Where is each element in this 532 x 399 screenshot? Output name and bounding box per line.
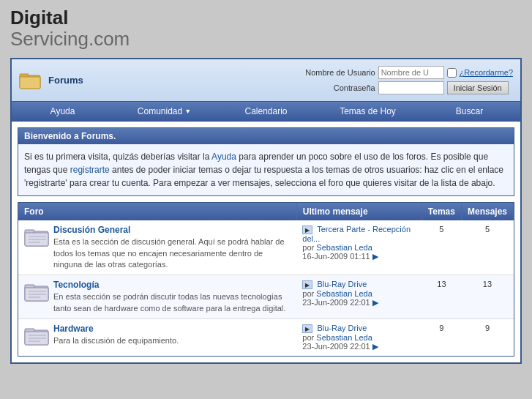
last-post-link[interactable]: Tercera Parte - Recepción del... bbox=[302, 225, 411, 243]
nav-buscar-label: Buscar bbox=[456, 106, 483, 116]
site-header: Digital Servicing.com bbox=[0, 0, 532, 55]
post-by-label: por Sebastian Leda bbox=[302, 243, 372, 252]
nav-item-temas[interactable]: Temas de Hoy bbox=[317, 102, 419, 121]
last-post-icon: ▶ bbox=[302, 324, 312, 333]
last-post-link[interactable]: Blu-Ray Drive bbox=[317, 324, 367, 332]
registrarte-link[interactable]: registrarte bbox=[70, 165, 110, 175]
nav-temas-label: Temas de Hoy bbox=[340, 106, 396, 116]
main-container: Forums Nombre de Usuario ¿Recordarme? Co… bbox=[10, 58, 522, 364]
topics-count-0: 5 bbox=[422, 220, 461, 275]
messages-count-1: 13 bbox=[461, 275, 513, 319]
last-post-icon: ▶ bbox=[302, 225, 312, 234]
forum-description: En esta sección se podrán discutir todas… bbox=[53, 291, 291, 314]
nav-item-comunidad[interactable]: Comunidad ▼ bbox=[113, 102, 215, 121]
site-title-sub: Servicing.com bbox=[10, 28, 130, 50]
last-post-link[interactable]: Blu-Ray Drive bbox=[317, 280, 367, 288]
table-row: Hardware Para la discusión de equipamien… bbox=[18, 319, 514, 357]
post-author-link[interactable]: Sebastian Leda bbox=[316, 333, 372, 342]
password-input[interactable] bbox=[378, 81, 444, 94]
password-row: Contraseña Iniciar Sesión bbox=[302, 81, 513, 94]
nav-item-calendario[interactable]: Calendario bbox=[215, 102, 317, 121]
forum-cell-inner: Discusión General Esta es la sección de … bbox=[24, 225, 291, 270]
forum-description: Para la discusión de equipamiento. bbox=[53, 335, 179, 346]
site-title: Digital Servicing.com bbox=[10, 7, 522, 49]
forum-folder-icon bbox=[24, 226, 48, 250]
svg-rect-2 bbox=[20, 77, 40, 89]
last-post-cell-1: ▶ Blu-Ray Drive por Sebastian Leda 23-Ju… bbox=[296, 275, 422, 319]
forum-description: Esta es la sección de discusión general.… bbox=[53, 236, 291, 270]
remember-checkbox[interactable] bbox=[447, 68, 457, 78]
col-header-ultimo: Ultimo mensaje bbox=[296, 203, 422, 220]
forum-info: Tecnología En esta sección se podrán dis… bbox=[53, 280, 291, 314]
forum-name-link[interactable]: Hardware bbox=[53, 324, 94, 334]
forum-header-bar: Forums Nombre de Usuario ¿Recordarme? Co… bbox=[12, 59, 520, 102]
last-post-cell-0: ▶ Tercera Parte - Recepción del... por S… bbox=[296, 220, 422, 275]
login-form: Nombre de Usuario ¿Recordarme? Contraseñ… bbox=[302, 66, 513, 94]
post-by-label: por Sebastian Leda bbox=[302, 289, 372, 298]
last-post-icon: ▶ bbox=[302, 280, 312, 289]
post-date: 23-Jun-2009 22:01 ▶ bbox=[302, 298, 378, 307]
post-by-label: por Sebastian Leda bbox=[302, 333, 372, 342]
forum-cell-inner: Tecnología En esta sección se podrán dis… bbox=[24, 280, 291, 314]
nav-calendario-label: Calendario bbox=[244, 106, 287, 116]
messages-count-2: 9 bbox=[461, 319, 513, 357]
username-input[interactable] bbox=[378, 66, 444, 79]
post-author-link[interactable]: Sebastian Leda bbox=[316, 289, 372, 298]
nav-comunidad-label: Comunidad bbox=[138, 106, 182, 116]
forums-heading: Forums bbox=[48, 75, 83, 86]
welcome-body: Si es tu primera visita, quizás deberías… bbox=[18, 144, 514, 195]
last-post-cell-2: ▶ Blu-Ray Drive por Sebastian Leda 23-Ju… bbox=[296, 319, 422, 357]
forum-cell-0: Discusión General Esta es la sección de … bbox=[18, 220, 296, 275]
nav-item-ayuda[interactable]: Ayuda bbox=[12, 102, 113, 121]
username-row: Nombre de Usuario ¿Recordarme? bbox=[302, 66, 513, 79]
table-header-row: Foro Ultimo mensaje Temas Mensajes bbox=[18, 203, 514, 220]
nav-bar: Ayuda Comunidad ▼ Calendario Temas de Ho… bbox=[12, 102, 520, 122]
forum-title-area: Forums bbox=[19, 69, 83, 92]
site-title-main: Digital bbox=[10, 7, 68, 29]
password-label: Contraseña bbox=[302, 83, 375, 92]
welcome-title: Bienvenido a Forums. bbox=[18, 128, 514, 144]
ayuda-link[interactable]: Ayuda bbox=[211, 152, 236, 162]
col-header-foro: Foro bbox=[18, 203, 296, 220]
forums-table-container: Foro Ultimo mensaje Temas Mensajes bbox=[18, 202, 514, 357]
col-header-temas: Temas bbox=[422, 203, 461, 220]
table-row: Tecnología En esta sección se podrán dis… bbox=[18, 275, 514, 319]
welcome-box: Bienvenido a Forums. Si es tu primera vi… bbox=[18, 127, 514, 196]
post-author-link[interactable]: Sebastian Leda bbox=[316, 243, 372, 252]
table-row: Discusión General Esta es la sección de … bbox=[18, 220, 514, 275]
forum-cell-1: Tecnología En esta sección se podrán dis… bbox=[18, 275, 296, 319]
folder-icon bbox=[19, 69, 42, 92]
login-button[interactable]: Iniciar Sesión bbox=[447, 81, 509, 94]
remember-label[interactable]: ¿Recordarme? bbox=[460, 68, 513, 77]
forums-table: Foro Ultimo mensaje Temas Mensajes bbox=[18, 203, 514, 356]
nav-item-buscar[interactable]: Buscar bbox=[419, 102, 520, 121]
post-date: 23-Jun-2009 22:01 ▶ bbox=[302, 342, 378, 351]
nav-ayuda-label: Ayuda bbox=[50, 106, 75, 116]
comunidad-dropdown-arrow: ▼ bbox=[184, 108, 191, 115]
forum-cell-inner: Hardware Para la discusión de equipamien… bbox=[24, 324, 291, 348]
forum-info: Hardware Para la discusión de equipamien… bbox=[53, 324, 179, 346]
forum-cell-2: Hardware Para la discusión de equipamien… bbox=[18, 319, 296, 357]
messages-count-0: 5 bbox=[461, 220, 513, 275]
forum-info: Discusión General Esta es la sección de … bbox=[53, 225, 291, 270]
col-header-mensajes: Mensajes bbox=[461, 203, 513, 220]
welcome-text-1: Si es tu primera visita, quizás deberías… bbox=[24, 152, 211, 162]
username-label: Nombre de Usuario bbox=[302, 68, 375, 77]
forum-folder-icon bbox=[24, 281, 48, 305]
forum-name-link[interactable]: Discusión General bbox=[53, 225, 130, 235]
topics-count-2: 9 bbox=[422, 319, 461, 357]
forum-folder-icon bbox=[24, 325, 48, 348]
forum-name-link[interactable]: Tecnología bbox=[53, 280, 99, 290]
post-date: 16-Jun-2009 01:11 ▶ bbox=[302, 252, 378, 261]
topics-count-1: 13 bbox=[422, 275, 461, 319]
